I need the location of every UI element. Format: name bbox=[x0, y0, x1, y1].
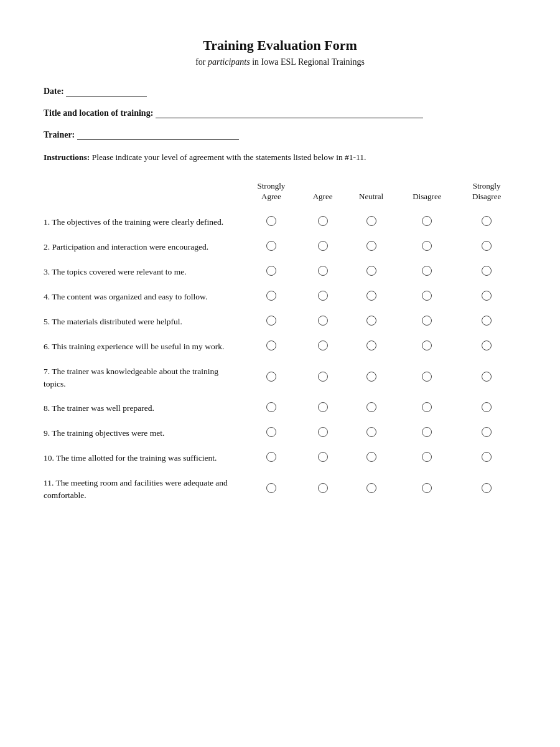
radio-neutral-q3[interactable] bbox=[366, 266, 376, 276]
rating-table: StronglyAgree Agree Neutral Disagree Str… bbox=[44, 179, 516, 507]
radio-cell-neutral bbox=[345, 309, 398, 334]
date-field-row: Date: bbox=[44, 86, 516, 96]
radio-strongly-agree-q2[interactable] bbox=[266, 241, 276, 251]
table-row: 4. The content was organized and easy to… bbox=[44, 284, 516, 309]
radio-cell-neutral bbox=[345, 235, 398, 260]
radio-neutral-q6[interactable] bbox=[366, 341, 376, 350]
radio-strongly-disagree-q2[interactable] bbox=[482, 241, 492, 251]
radio-cell-agree bbox=[301, 309, 345, 334]
radio-disagree-q2[interactable] bbox=[422, 241, 432, 251]
radio-strongly-agree-q10[interactable] bbox=[266, 452, 276, 462]
trainer-field-row: Trainer: bbox=[44, 129, 516, 140]
question-text: 2. Participation and interaction were en… bbox=[44, 235, 242, 260]
radio-strongly-disagree-q10[interactable] bbox=[482, 452, 492, 462]
radio-disagree-q4[interactable] bbox=[422, 291, 432, 301]
radio-cell-neutral bbox=[345, 396, 398, 421]
radio-cell-strongly-disagree bbox=[457, 421, 516, 446]
radio-strongly-agree-q4[interactable] bbox=[266, 291, 276, 301]
radio-neutral-q8[interactable] bbox=[366, 402, 376, 412]
form-subtitle: for participants in Iowa ESL Regional Tr… bbox=[44, 57, 516, 67]
radio-cell-disagree bbox=[397, 396, 457, 421]
radio-cell-disagree bbox=[397, 210, 457, 235]
radio-disagree-q5[interactable] bbox=[422, 316, 432, 326]
radio-agree-q2[interactable] bbox=[318, 241, 328, 251]
radio-neutral-q2[interactable] bbox=[366, 241, 376, 251]
subtitle-before: for bbox=[195, 57, 208, 67]
radio-strongly-disagree-q6[interactable] bbox=[482, 341, 492, 350]
radio-strongly-agree-q5[interactable] bbox=[266, 316, 276, 326]
subtitle-after: in Iowa ESL Regional Trainings bbox=[250, 57, 365, 67]
radio-strongly-agree-q1[interactable] bbox=[266, 216, 276, 226]
radio-disagree-q8[interactable] bbox=[422, 402, 432, 412]
question-text: 10. The time allotted for the training w… bbox=[44, 446, 242, 471]
radio-disagree-q9[interactable] bbox=[422, 427, 432, 437]
radio-strongly-agree-q6[interactable] bbox=[266, 341, 276, 350]
radio-strongly-disagree-q8[interactable] bbox=[482, 402, 492, 412]
question-text: 11. The meeting room and facilities were… bbox=[44, 471, 242, 507]
radio-agree-q5[interactable] bbox=[318, 316, 328, 326]
form-title: Training Evaluation Form bbox=[44, 37, 516, 54]
radio-neutral-q5[interactable] bbox=[366, 316, 376, 326]
radio-cell-agree bbox=[301, 334, 345, 359]
radio-cell-disagree bbox=[397, 334, 457, 359]
radio-strongly-disagree-q5[interactable] bbox=[482, 316, 492, 326]
radio-strongly-agree-q11[interactable] bbox=[266, 483, 276, 493]
radio-neutral-q4[interactable] bbox=[366, 291, 376, 301]
radio-cell-strongly-agree bbox=[242, 396, 300, 421]
radio-agree-q11[interactable] bbox=[318, 483, 328, 493]
table-row: 3. The topics covered were relevant to m… bbox=[44, 260, 516, 284]
radio-strongly-agree-q8[interactable] bbox=[266, 402, 276, 412]
radio-neutral-q11[interactable] bbox=[366, 483, 376, 493]
radio-agree-q1[interactable] bbox=[318, 216, 328, 226]
radio-disagree-q11[interactable] bbox=[422, 483, 432, 493]
radio-neutral-q1[interactable] bbox=[366, 216, 376, 226]
radio-strongly-disagree-q7[interactable] bbox=[482, 372, 492, 382]
radio-cell-strongly-agree bbox=[242, 284, 300, 309]
radio-cell-neutral bbox=[345, 471, 398, 507]
table-row: 6. This training experience will be usef… bbox=[44, 334, 516, 359]
radio-cell-agree bbox=[301, 359, 345, 396]
radio-disagree-q7[interactable] bbox=[422, 372, 432, 382]
trainer-input[interactable] bbox=[77, 129, 239, 140]
subtitle-italic: participants bbox=[208, 57, 250, 67]
table-row: 2. Participation and interaction were en… bbox=[44, 235, 516, 260]
radio-neutral-q10[interactable] bbox=[366, 452, 376, 462]
radio-agree-q10[interactable] bbox=[318, 452, 328, 462]
radio-cell-strongly-disagree bbox=[457, 446, 516, 471]
radio-disagree-q10[interactable] bbox=[422, 452, 432, 462]
question-text: 4. The content was organized and easy to… bbox=[44, 284, 242, 309]
date-input[interactable] bbox=[66, 86, 147, 96]
radio-agree-q6[interactable] bbox=[318, 341, 328, 350]
radio-strongly-disagree-q3[interactable] bbox=[482, 266, 492, 276]
col-neutral: Neutral bbox=[345, 179, 398, 210]
radio-strongly-agree-q7[interactable] bbox=[266, 372, 276, 382]
radio-cell-strongly-disagree bbox=[457, 471, 516, 507]
radio-strongly-disagree-q4[interactable] bbox=[482, 291, 492, 301]
radio-agree-q9[interactable] bbox=[318, 427, 328, 437]
title-input[interactable] bbox=[156, 108, 423, 118]
radio-cell-disagree bbox=[397, 260, 457, 284]
radio-agree-q4[interactable] bbox=[318, 291, 328, 301]
radio-strongly-disagree-q9[interactable] bbox=[482, 427, 492, 437]
radio-neutral-q7[interactable] bbox=[366, 372, 376, 382]
radio-agree-q3[interactable] bbox=[318, 266, 328, 276]
radio-agree-q7[interactable] bbox=[318, 372, 328, 382]
radio-strongly-agree-q9[interactable] bbox=[266, 427, 276, 437]
radio-neutral-q9[interactable] bbox=[366, 427, 376, 437]
title-field-row: Title and location of training: bbox=[44, 108, 516, 118]
question-text: 5. The materials distributed were helpfu… bbox=[44, 309, 242, 334]
radio-disagree-q6[interactable] bbox=[422, 341, 432, 350]
table-row: 5. The materials distributed were helpfu… bbox=[44, 309, 516, 334]
radio-cell-strongly-agree bbox=[242, 446, 300, 471]
radio-strongly-disagree-q1[interactable] bbox=[482, 216, 492, 226]
radio-strongly-disagree-q11[interactable] bbox=[482, 483, 492, 493]
table-row: 7. The trainer was knowledgeable about t… bbox=[44, 359, 516, 396]
table-row: 11. The meeting room and facilities were… bbox=[44, 471, 516, 507]
radio-cell-strongly-disagree bbox=[457, 210, 516, 235]
question-text: 7. The trainer was knowledgeable about t… bbox=[44, 359, 242, 396]
radio-cell-disagree bbox=[397, 446, 457, 471]
radio-agree-q8[interactable] bbox=[318, 402, 328, 412]
radio-disagree-q3[interactable] bbox=[422, 266, 432, 276]
radio-strongly-agree-q3[interactable] bbox=[266, 266, 276, 276]
radio-disagree-q1[interactable] bbox=[422, 216, 432, 226]
